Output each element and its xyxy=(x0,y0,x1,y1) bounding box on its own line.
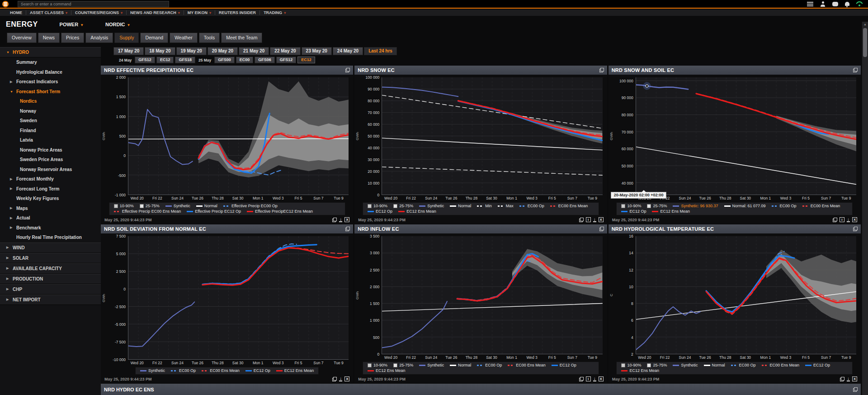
profile-icon[interactable] xyxy=(820,1,826,7)
sidebar-item-chp[interactable]: ▶CHP xyxy=(0,284,101,295)
nav-item-reuters-insider[interactable]: REUTERS INSIDER xyxy=(215,10,260,15)
excel-icon[interactable]: X xyxy=(344,217,349,222)
tab-analysis[interactable]: Analysis xyxy=(85,33,113,43)
excel-icon[interactable]: X xyxy=(599,376,604,381)
export-icon[interactable] xyxy=(332,377,337,381)
sidebar-item-forecast-short-term[interactable]: ▼Forecast Short Term xyxy=(0,87,101,97)
chart-plot[interactable] xyxy=(382,77,602,195)
power-menu[interactable]: POWER▼ xyxy=(60,22,84,27)
sidebar-item-hydrological-balance[interactable]: Hydrological Balance xyxy=(0,67,101,77)
run-button-25-may-gfs12[interactable]: GFS12 xyxy=(276,57,297,63)
chart-plot[interactable] xyxy=(128,77,349,195)
info-icon[interactable]: i xyxy=(586,376,591,381)
sidebar-item-norway-price-areas[interactable]: Norway Price Areas xyxy=(0,145,101,155)
run-button-24-may-ec12[interactable]: EC12 xyxy=(156,57,174,63)
nordic-menu[interactable]: NORDIC▼ xyxy=(105,22,130,27)
excel-icon[interactable]: X xyxy=(852,217,857,222)
date-button-20-may-20[interactable]: 20 May 20 xyxy=(208,47,238,55)
eikon-logo-icon[interactable] xyxy=(2,1,9,7)
tab-overview[interactable]: Overview xyxy=(7,33,37,43)
chart-plot[interactable]: 20-May-2020 02:00 +02:00 xyxy=(636,77,856,195)
download-icon[interactable]: ↓ xyxy=(847,218,850,222)
sidebar-item-sweden-price-areas[interactable]: Sweden Price Areas xyxy=(0,155,101,165)
vertical-scrollbar[interactable]: ▲ xyxy=(862,22,868,395)
date-button-21-may-20[interactable]: 21 May 20 xyxy=(239,47,269,55)
nav-item-countries-regions[interactable]: COUNTRIES/REGIONS▾ xyxy=(71,10,127,15)
popout-icon[interactable] xyxy=(345,227,350,231)
tab-supply[interactable]: Supply xyxy=(114,33,139,43)
excel-icon[interactable]: X xyxy=(599,217,604,222)
download-icon[interactable]: ↓ xyxy=(847,377,850,381)
sidebar-item-actual[interactable]: ▶Actual xyxy=(0,213,101,223)
sidebar-item-wind[interactable]: ▶WIND xyxy=(0,243,101,253)
export-icon[interactable] xyxy=(840,377,844,381)
sidebar-item-norway-reservoir-areas[interactable]: Norway Reservoir Areas xyxy=(0,165,101,175)
excel-icon[interactable]: X xyxy=(852,376,857,381)
run-button-24-may-gfs12[interactable]: GFS12 xyxy=(135,57,155,63)
run-button-25-may-ec12[interactable]: EC12 xyxy=(297,57,315,63)
nav-item-home[interactable]: HOME xyxy=(6,10,26,15)
sidebar-item-norway[interactable]: Norway xyxy=(0,106,101,116)
export-icon[interactable] xyxy=(579,377,584,381)
sidebar-item-production[interactable]: ▶PRODUCTION xyxy=(0,274,101,284)
sidebar-item-nordics[interactable]: Nordics xyxy=(0,96,101,106)
nav-item-asset-classes[interactable]: ASSET CLASSES▾ xyxy=(26,10,71,15)
tab-news[interactable]: News xyxy=(38,33,60,43)
sidebar-item-sweden[interactable]: Sweden xyxy=(0,116,101,126)
popout-icon[interactable] xyxy=(853,387,858,392)
notifications-icon[interactable] xyxy=(845,2,849,6)
date-button-18-may-20[interactable]: 18 May 20 xyxy=(145,47,175,55)
download-icon[interactable]: ↓ xyxy=(339,377,342,381)
tab-prices[interactable]: Prices xyxy=(61,33,84,43)
popout-icon[interactable] xyxy=(599,68,604,72)
date-button-24-may-20[interactable]: 24 May 20 xyxy=(333,47,363,55)
chart-plot[interactable] xyxy=(382,236,602,354)
date-button-22-may-20[interactable]: 22 May 20 xyxy=(270,47,300,55)
info-icon[interactable]: i xyxy=(840,217,844,222)
tab-tools[interactable]: Tools xyxy=(199,33,220,43)
download-icon[interactable]: ↓ xyxy=(593,218,596,222)
export-icon[interactable] xyxy=(833,218,837,222)
sidebar-item-summary[interactable]: Summary xyxy=(0,57,101,67)
download-icon[interactable]: ↓ xyxy=(593,377,596,381)
export-icon[interactable] xyxy=(579,218,584,222)
date-button-17-may-20[interactable]: 17 May 20 xyxy=(113,47,144,55)
date-button-23-may-20[interactable]: 23 May 20 xyxy=(302,47,332,55)
nav-item-news-and-research[interactable]: NEWS AND RESEARCH▾ xyxy=(127,10,184,15)
sidebar-item-finland[interactable]: Finland xyxy=(0,126,101,136)
menu-icon[interactable] xyxy=(807,2,813,6)
popout-icon[interactable] xyxy=(853,227,858,231)
export-icon[interactable] xyxy=(332,218,337,222)
popout-icon[interactable] xyxy=(345,68,350,72)
sidebar-item-hourly-real-time-precipitation[interactable]: Hourly Real Time Precipitation xyxy=(0,233,101,243)
tab-meet-the-team[interactable]: Meet the Team xyxy=(221,33,262,43)
run-button-25-may-gfs00[interactable]: GFS00 xyxy=(214,57,235,63)
date-button-last-24-hrs[interactable]: Last 24 hrs xyxy=(364,47,397,55)
sidebar-item-forecast-long-term[interactable]: ▶Forecast Long Term xyxy=(0,184,101,194)
popout-icon[interactable] xyxy=(853,68,858,72)
run-button-24-may-gfs18[interactable]: GFS18 xyxy=(175,57,195,63)
sidebar-item-net-import[interactable]: ▶NET IMPORT xyxy=(0,295,101,305)
messenger-icon[interactable] xyxy=(832,2,838,6)
scrollbar-thumb[interactable] xyxy=(863,28,867,57)
download-icon[interactable]: ↓ xyxy=(339,218,342,222)
nav-item-trading[interactable]: TRADING▾ xyxy=(260,10,289,15)
sidebar-item-solar[interactable]: ▶SOLAR xyxy=(0,253,101,263)
chart-plot[interactable] xyxy=(128,236,349,360)
run-button-25-may-gfs06[interactable]: GFS06 xyxy=(255,57,275,63)
tab-weather[interactable]: Weather xyxy=(170,33,198,43)
nav-item-my-eikon[interactable]: MY EIKON▾ xyxy=(184,10,215,15)
run-button-25-may-ec00[interactable]: EC00 xyxy=(236,57,254,63)
scroll-up-icon[interactable]: ▲ xyxy=(862,23,868,26)
info-icon[interactable]: i xyxy=(586,217,591,222)
sidebar-item-available-capacity[interactable]: ▶AVAILABLE CAPACITY xyxy=(0,263,101,274)
popout-icon[interactable] xyxy=(599,227,604,231)
excel-icon[interactable]: X xyxy=(344,376,349,381)
chart-plot[interactable] xyxy=(636,236,856,354)
date-button-19-may-20[interactable]: 19 May 20 xyxy=(176,47,207,55)
sidebar-item-hydro[interactable]: ▼HYDRO xyxy=(0,47,101,57)
sidebar-item-forecast-indicators[interactable]: ▶Forecast Indicators xyxy=(0,77,101,87)
sidebar-item-latvia[interactable]: Latvia xyxy=(0,135,101,145)
search-input[interactable] xyxy=(18,1,169,7)
sidebar-item-forecast-monthly[interactable]: ▶Forecast Monthly xyxy=(0,174,101,184)
